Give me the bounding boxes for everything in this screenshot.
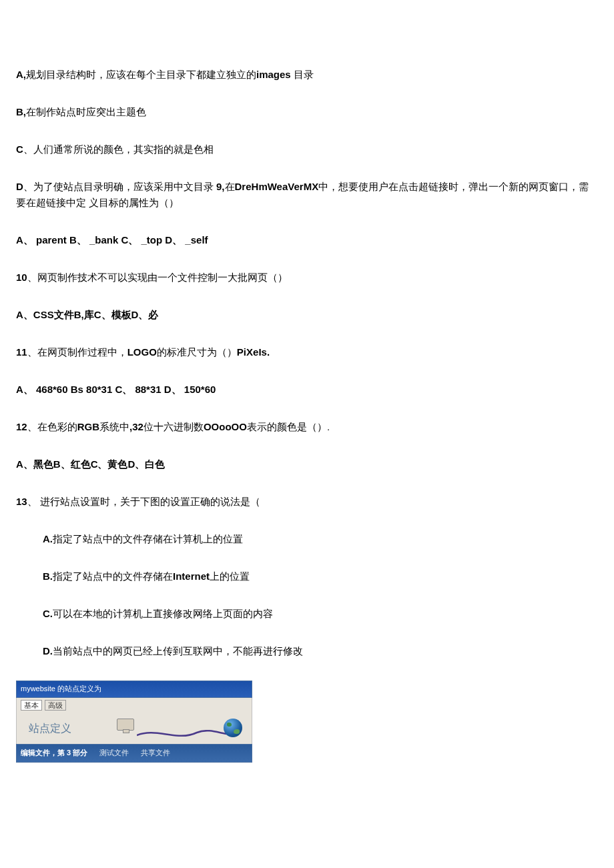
site-definition-label: 站点定义 — [17, 720, 71, 737]
option-text: 、为了使站点目录明确，应该采用中文目录 — [23, 181, 216, 192]
question-text: 的标准尺寸为（） — [157, 346, 237, 358]
options-text: A、 parent B、 _bank C、 _top D、 _self — [16, 234, 208, 246]
question-number: 13 — [16, 496, 27, 507]
question-text: 表示的颜色是（）. — [247, 421, 330, 432]
question-12: 12、在色彩的RGB系统中,32位十六进制数OOooOO表示的颜色是（）. — [16, 419, 598, 435]
keyword: LOGO — [127, 346, 157, 358]
option-d-q9: D、为了使站点目录明确，应该采用中文目录 9,在DreHmWeaVerMX中，想… — [16, 179, 598, 211]
options-text: A、 468*60 Bs 80*31 C、 88*31 D、 150*60 — [16, 384, 216, 395]
option-text: 规划目录结构时，应该在每个主目录下都建立独立的 — [26, 69, 256, 80]
dialog-body: 站点定义 — [16, 713, 252, 744]
question-text: 、在色彩的 — [27, 421, 77, 432]
keyword: OOooOO — [204, 421, 247, 432]
question-number: 12 — [16, 421, 27, 432]
options-text: A、黑色B、红色C、黄色D、白色 — [16, 458, 165, 470]
option-text: 、人们通常所说的颜色，其实指的就是色相 — [23, 143, 214, 155]
question-11: 11、在网页制作过程中，LOGO的标准尺寸为（）PiXeIs. — [16, 344, 598, 360]
option-prefix: B, — [16, 106, 26, 117]
question-text: 位十六进制数 — [143, 421, 204, 432]
keyword: PiXeIs. — [237, 346, 270, 358]
q12-options: A、黑色B、红色C、黄色D、白色 — [16, 456, 598, 472]
footer-step: 编辑文件，第 3 部分 — [21, 747, 87, 759]
keyword: DreHmWeaVerMX — [235, 181, 319, 192]
footer-test: 测试文件 — [99, 747, 129, 759]
keyword: ,32 — [129, 421, 143, 432]
question-text: 系统中 — [99, 421, 129, 432]
q13-option-a: A.指定了站点中的文件存储在计算机上的位置 — [16, 531, 598, 547]
tab-advanced: 高级 — [45, 700, 66, 711]
computer-icon — [117, 719, 138, 737]
q13-option-b: B.指定了站点中的文件存储在Internet上的位置 — [16, 568, 598, 584]
tab-basic: 基本 — [21, 700, 42, 711]
question-number: 11 — [16, 346, 27, 358]
question-number: 10 — [16, 272, 27, 283]
sub-option-text: 指定了站点中的文件存储在计算机上的位置 — [53, 533, 243, 544]
globe-icon — [224, 719, 242, 737]
option-c: C、人们通常所说的颜色，其实指的就是色相 — [16, 141, 598, 157]
option-text: 在制作站点时应突出主题色 — [26, 106, 146, 117]
sub-option-prefix: A. — [43, 533, 53, 544]
question-text: 、在网页制作过程中， — [27, 346, 127, 358]
question-text: 、 进行站点设置时，关于下图的设置正确的说法是（ — [27, 496, 260, 507]
option-text-tail: 目录 — [294, 69, 314, 80]
option-prefix: C — [16, 143, 23, 155]
dreamweaver-dialog-screenshot: mywebsite 的站点定义为 基本高级 站点定义 编辑文件，第 3 部分 测… — [16, 681, 252, 763]
options-text: A、CSS文件B,库C、模板D、必 — [16, 309, 158, 320]
sub-option-text: 指定了站点中的文件存储在 — [53, 570, 173, 582]
option-prefix: A, — [16, 69, 26, 80]
sub-option-text: 当前站点中的网页已经上传到互联网中，不能再进行修改 — [53, 645, 303, 657]
option-prefix: D — [16, 181, 23, 192]
option-b: B,在制作站点时应突出主题色 — [16, 104, 598, 120]
sub-option-text: 上的位置 — [210, 570, 250, 582]
option-keyword: images — [256, 69, 294, 80]
dialog-titlebar: mywebsite 的站点定义为 — [16, 681, 252, 698]
q11-options: A、 468*60 Bs 80*31 C、 88*31 D、 150*60 — [16, 382, 598, 398]
dialog-tabs: 基本高级 — [16, 698, 252, 714]
question-text: 在 — [225, 181, 235, 192]
dialog-title: mywebsite 的站点定义为 — [21, 685, 101, 693]
keyword: Internet — [173, 570, 210, 582]
question-text: 、网页制作技术不可以实现由一个文件控制一大批网页（） — [27, 272, 288, 283]
sub-option-prefix: D. — [43, 645, 53, 657]
question-13: 13、 进行站点设置时，关于下图的设置正确的说法是（ — [16, 494, 598, 510]
q13-option-c: C.可以在本地的计算机上直接修改网络上页面的内容 — [16, 606, 598, 622]
option-a: A,规划目录结构时，应该在每个主目录下都建立独立的images 目录 — [16, 67, 598, 83]
sub-option-text: 可以在本地的计算机上直接修改网络上页面的内容 — [53, 608, 273, 619]
q13-option-d: D.当前站点中的网页已经上传到互联网中，不能再进行修改 — [16, 643, 598, 659]
sub-option-prefix: C. — [43, 608, 53, 619]
q9-options: A、 parent B、 _bank C、 _top D、 _self — [16, 232, 598, 248]
footer-share: 共享文件 — [141, 747, 170, 759]
dialog-footer: 编辑文件，第 3 部分 测试文件 共享文件 — [16, 744, 252, 763]
keyword: RGB — [77, 421, 99, 432]
question-10: 10、网页制作技术不可以实现由一个文件控制一大批网页（） — [16, 270, 598, 286]
q10-options: A、CSS文件B,库C、模板D、必 — [16, 307, 598, 323]
connection-wire-icon — [137, 727, 230, 735]
sub-option-prefix: B. — [43, 570, 53, 582]
question-number-9: 9, — [216, 181, 225, 192]
